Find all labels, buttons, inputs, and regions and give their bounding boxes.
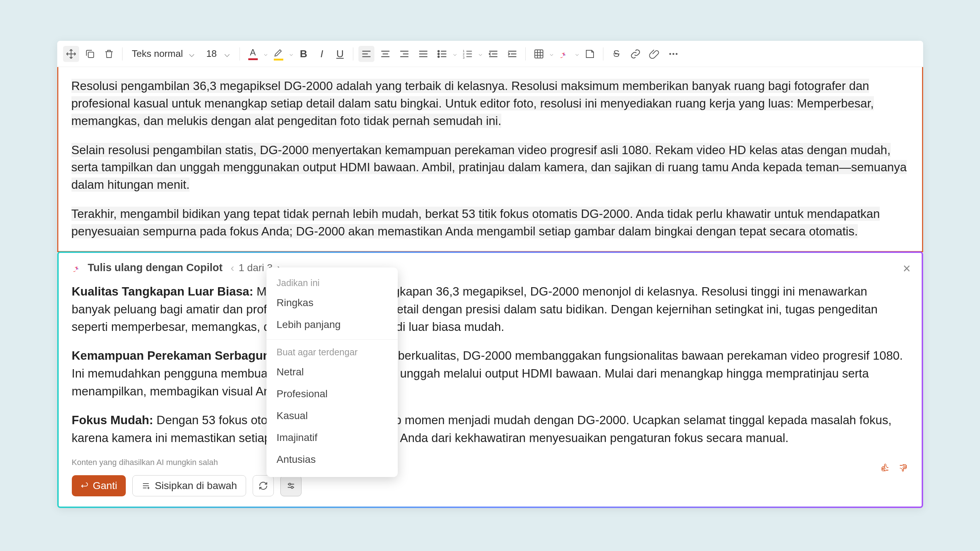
- font-color-button[interactable]: A: [245, 46, 261, 62]
- svg-rect-0: [88, 52, 94, 57]
- svg-point-10: [676, 53, 678, 55]
- table-icon[interactable]: [531, 46, 547, 62]
- chevron-down-icon[interactable]: ⌵: [453, 50, 457, 57]
- font-size-select[interactable]: 18⌵: [202, 48, 234, 59]
- suggestion-paragraph: Fokus Mudah: Dengan 53 fokus otomatis, m…: [72, 411, 908, 447]
- outdent-icon[interactable]: [485, 46, 501, 62]
- copilot-panel: Tulis ulang dengan Copilot ‹ 1 dari 3 › …: [57, 251, 923, 508]
- close-icon[interactable]: ×: [903, 261, 910, 276]
- regenerate-button[interactable]: [253, 475, 274, 496]
- svg-point-3: [438, 56, 439, 57]
- option-neutral[interactable]: Netral: [267, 361, 398, 383]
- align-justify-icon[interactable]: [415, 46, 431, 62]
- chevron-down-icon[interactable]: ⌵: [479, 50, 482, 57]
- copilot-content: Kualitas Tangkapan Luar Biasa: Menampilk…: [72, 283, 908, 447]
- indent-icon[interactable]: [504, 46, 520, 62]
- chevron-down-icon: ⌵: [224, 48, 230, 59]
- replace-button[interactable]: Ganti: [72, 475, 126, 496]
- bold-button[interactable]: B: [296, 48, 311, 60]
- suggestion-paragraph: Kemampuan Perekaman Serbaguna: Di luar g…: [72, 347, 908, 400]
- insert-label: Sisipkan di bawah: [154, 480, 237, 492]
- divider: [267, 339, 398, 340]
- number-list-icon[interactable]: 123: [460, 46, 476, 62]
- replace-label: Ganti: [93, 480, 118, 492]
- strikethrough-icon[interactable]: S: [608, 46, 625, 62]
- underline-button[interactable]: U: [332, 48, 348, 60]
- chevron-down-icon[interactable]: ⌵: [290, 50, 293, 57]
- replace-icon: [81, 482, 89, 490]
- feedback-buttons: 👍︎ 👎︎: [880, 461, 908, 474]
- svg-point-2: [438, 53, 439, 55]
- text-style-select[interactable]: Teks normal⌵: [127, 48, 199, 59]
- option-longer[interactable]: Lebih panjang: [267, 314, 398, 336]
- svg-point-9: [672, 53, 674, 55]
- divider: [122, 48, 123, 60]
- option-casual[interactable]: Kasual: [267, 405, 398, 427]
- highlight-button[interactable]: [270, 46, 286, 62]
- attach-icon[interactable]: [646, 46, 662, 62]
- svg-rect-7: [535, 49, 543, 58]
- align-right-icon[interactable]: [396, 46, 412, 62]
- svg-point-11: [289, 483, 291, 485]
- insert-icon: [142, 481, 150, 490]
- move-icon[interactable]: [63, 46, 79, 62]
- link-icon[interactable]: [627, 46, 643, 62]
- prev-icon[interactable]: ‹: [231, 262, 234, 274]
- svg-text:3: 3: [463, 56, 465, 59]
- divider: [603, 48, 603, 60]
- document-content[interactable]: Resolusi pengambilan 36,3 megapiksel DG-…: [57, 67, 923, 252]
- option-professional[interactable]: Profesional: [267, 383, 398, 405]
- chevron-down-icon[interactable]: ⌵: [550, 50, 554, 57]
- svg-point-12: [291, 486, 293, 488]
- option-imaginative[interactable]: Imajinatif: [267, 427, 398, 449]
- option-enthusiastic[interactable]: Antusias: [267, 449, 398, 470]
- more-icon[interactable]: [665, 46, 681, 62]
- copilot-header: Tulis ulang dengan Copilot ‹ 1 dari 3 ›: [72, 262, 908, 274]
- suggestion-paragraph: Kualitas Tangkapan Luar Biasa: Menampilk…: [72, 283, 908, 336]
- chevron-down-icon[interactable]: ⌵: [264, 50, 267, 57]
- paragraph: Terakhir, mengambil bidikan yang tepat t…: [72, 205, 909, 240]
- sticker-icon[interactable]: [582, 46, 598, 62]
- editor-window: Teks normal⌵ 18⌵ A ⌵ ⌵ B I U ⌵ 123 ⌵ ⌵ ⌵…: [57, 41, 923, 508]
- tone-dropdown: Jadikan ini Ringkas Lebih panjang Buat a…: [267, 267, 398, 477]
- italic-button[interactable]: I: [314, 48, 329, 60]
- adjust-button[interactable]: [280, 475, 302, 496]
- copilot-logo-icon: [72, 262, 83, 273]
- divider: [525, 48, 526, 60]
- chevron-down-icon: ⌵: [189, 48, 195, 59]
- copilot-title: Tulis ulang dengan Copilot: [88, 262, 223, 274]
- option-concise[interactable]: Ringkas: [267, 292, 398, 314]
- dropdown-section-label: Buat agar terdengar: [267, 343, 398, 361]
- bullet-list-icon[interactable]: [434, 46, 450, 62]
- svg-point-1: [438, 50, 439, 52]
- thumbs-up-icon[interactable]: 👍︎: [880, 461, 890, 474]
- paragraph: Selain resolusi pengambilan statis, DG-2…: [72, 141, 909, 194]
- paragraph: Resolusi pengambilan 36,3 megapiksel DG-…: [72, 77, 909, 130]
- divider: [353, 48, 353, 60]
- copilot-icon[interactable]: [556, 46, 573, 62]
- chevron-down-icon[interactable]: ⌵: [575, 50, 579, 57]
- dropdown-section-label: Jadikan ini: [267, 274, 398, 292]
- toolbar: Teks normal⌵ 18⌵ A ⌵ ⌵ B I U ⌵ 123 ⌵ ⌵ ⌵…: [57, 41, 923, 67]
- svg-point-8: [669, 53, 671, 55]
- copy-icon[interactable]: [82, 46, 98, 62]
- delete-icon[interactable]: [101, 46, 117, 62]
- font-size-value: 18: [206, 48, 217, 59]
- style-label: Teks normal: [132, 48, 183, 59]
- ai-disclaimer: Konten yang dihasilkan AI mungkin salah: [72, 458, 908, 467]
- insert-below-button[interactable]: Sisipkan di bawah: [132, 475, 246, 496]
- align-center-icon[interactable]: [377, 46, 393, 62]
- divider: [240, 48, 240, 60]
- align-left-icon[interactable]: [358, 46, 374, 62]
- thumbs-down-icon[interactable]: 👎︎: [897, 461, 908, 474]
- copilot-footer: Ganti Sisipkan di bawah: [72, 475, 908, 496]
